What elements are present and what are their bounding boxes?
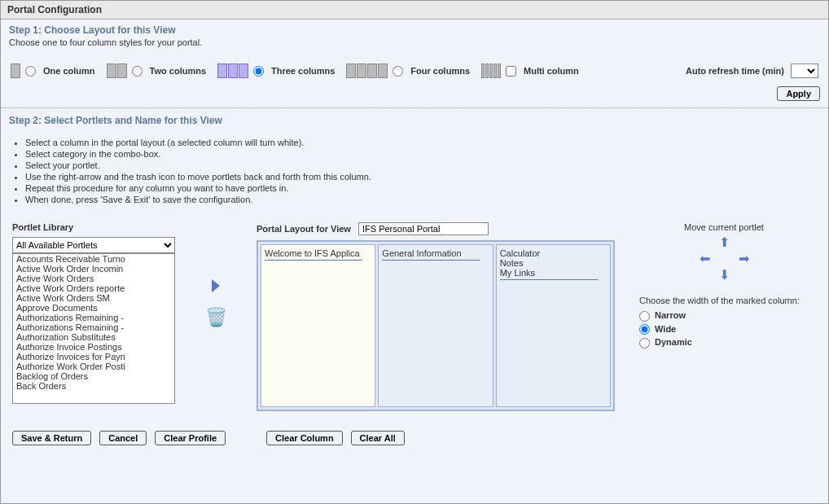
move-heading: Move current portlet	[639, 222, 809, 232]
width-option-wide[interactable]: Wide	[639, 324, 809, 335]
instruction-item: Select your portlet.	[25, 160, 804, 170]
instruction-item: Repeat this procedure for any column you…	[25, 183, 804, 193]
apply-button[interactable]: Apply	[777, 86, 820, 101]
list-item[interactable]: Authorize Work Order Posti	[13, 362, 174, 371]
radio-three-columns[interactable]	[253, 66, 264, 77]
label-multi-column: Multi column	[524, 66, 579, 76]
radio-one-column[interactable]	[25, 66, 36, 77]
instruction-item: Select category in the combo-box.	[25, 149, 804, 159]
list-item[interactable]: Active Work Orders	[13, 274, 174, 283]
window-title: Portal Configuration	[1, 1, 828, 20]
clear-profile-button[interactable]: Clear Profile	[155, 431, 226, 445]
move-portlet-panel: Move current portlet ⬆ ⬅ ➡ ⬇ Choose the …	[631, 222, 817, 351]
add-portlet-arrow-icon[interactable]	[212, 279, 220, 292]
move-arrows: ⬆ ⬅ ➡ ⬇	[639, 235, 809, 284]
list-item[interactable]: Authorization Substitutes	[13, 332, 174, 342]
layout-option-four: Four columns	[346, 64, 470, 78]
transfer-controls: 🗑️	[191, 222, 240, 328]
list-item[interactable]: Active Work Orders SM	[13, 293, 174, 303]
clear-column-button[interactable]: Clear Column	[266, 431, 343, 445]
layout-preview-heading: Portal Layout for View	[257, 224, 351, 234]
three-column-icon	[217, 64, 248, 78]
cancel-button[interactable]: Cancel	[99, 431, 147, 445]
label-four-columns: Four columns	[410, 66, 470, 76]
layout-option-multi: Multi column	[481, 64, 579, 78]
portlet-library: Portlet Library All Available Portlets A…	[12, 222, 175, 404]
preview-portlet[interactable]: Notes	[500, 258, 607, 268]
label-one-column: One column	[43, 66, 95, 76]
radio-dynamic[interactable]	[639, 338, 650, 348]
preview-column-3[interactable]: Calculator Notes My Links	[496, 244, 611, 407]
step2-title: Step 2: Select Portlets and Name for thi…	[1, 110, 828, 128]
column-divider	[382, 260, 480, 261]
divider	[1, 107, 828, 108]
instruction-list: Select a column in the portal layout (a …	[1, 128, 828, 214]
preview-columns: Welcome to IFS Applica General Informati…	[257, 240, 615, 411]
arrow-up-icon[interactable]: ⬆	[714, 235, 734, 252]
list-item[interactable]: Back Orders	[13, 381, 174, 391]
preview-portlet[interactable]: My Links	[500, 268, 607, 278]
list-item[interactable]: Active Work Order Incomin	[13, 264, 174, 274]
portlet-library-heading: Portlet Library	[12, 222, 175, 232]
bottom-button-row: Save & Return Cancel Clear Profile Clear…	[1, 419, 828, 457]
portlet-listbox[interactable]: Accounts Receivable Turno Active Work Or…	[12, 253, 175, 404]
category-select[interactable]: All Available Portlets	[12, 237, 175, 253]
list-item[interactable]: Backlog of Orders	[13, 371, 174, 381]
portal-config-window: Portal Configuration Step 1: Choose Layo…	[0, 0, 829, 504]
list-item[interactable]: Authorizations Remaining -	[13, 322, 174, 332]
layout-option-two: Two columns	[107, 64, 206, 78]
radio-four-columns[interactable]	[393, 66, 403, 77]
radio-narrow[interactable]	[639, 311, 650, 322]
list-item[interactable]: Accounts Receivable Turno	[13, 254, 174, 264]
width-options: Narrow Wide Dynamic	[639, 310, 809, 348]
preview-column-2[interactable]: General Information	[378, 244, 493, 407]
list-item[interactable]: Active Work Orders reporte	[13, 283, 174, 293]
clear-all-button[interactable]: Clear All	[351, 431, 405, 445]
arrow-left-icon[interactable]: ⬅	[695, 252, 714, 268]
one-column-icon	[11, 64, 20, 78]
radio-wide[interactable]	[639, 324, 650, 335]
multi-column-icon	[481, 64, 501, 78]
auto-refresh-label: Auto refresh time (min)	[686, 66, 784, 76]
column-divider	[500, 279, 598, 280]
list-item[interactable]: Approve Documents	[13, 303, 174, 313]
instruction-item: Use the right-arrow and the trash icon t…	[25, 172, 804, 182]
label-two-columns: Two columns	[150, 66, 206, 76]
label-three-columns: Three columns	[271, 66, 335, 76]
view-name-input[interactable]	[358, 222, 489, 235]
instruction-item: When done, press 'Save & Exit' to save t…	[25, 195, 804, 204]
preview-portlet[interactable]: Calculator	[500, 248, 607, 258]
two-column-icon	[107, 64, 127, 78]
step1-title: Step 1: Choose Layout for this View	[1, 20, 828, 37]
column-divider	[265, 260, 362, 261]
layout-options-row: One column Two columns Three columns Fou…	[1, 52, 828, 85]
instruction-item: Select a column in the portal layout (a …	[25, 138, 804, 147]
arrow-down-icon[interactable]: ⬇	[714, 268, 734, 284]
width-heading: Choose the width of the marked column:	[639, 296, 809, 305]
list-item[interactable]: Authorize Invoice Postings	[13, 342, 174, 352]
preview-portlet[interactable]: General Information	[382, 248, 489, 258]
four-column-icon	[346, 64, 388, 78]
preview-column-1[interactable]: Welcome to IFS Applica	[261, 244, 375, 407]
radio-two-columns[interactable]	[132, 66, 143, 77]
trash-icon[interactable]: 🗑️	[205, 307, 227, 328]
list-item[interactable]: Authorize Invoices for Payn	[13, 352, 174, 362]
auto-refresh-select[interactable]	[791, 64, 818, 78]
auto-refresh-block: Auto refresh time (min)	[686, 64, 818, 78]
layout-option-one: One column	[11, 64, 95, 78]
width-option-narrow[interactable]: Narrow	[639, 310, 809, 322]
list-item[interactable]: Authorizations Remaining -	[13, 313, 174, 322]
preview-portlet[interactable]: Welcome to IFS Applica	[265, 248, 371, 258]
arrow-right-icon[interactable]: ➡	[734, 252, 753, 268]
save-return-button[interactable]: Save & Return	[12, 431, 91, 445]
checkbox-multi-column[interactable]	[506, 66, 516, 77]
layout-option-three: Three columns	[217, 64, 335, 78]
layout-preview-section: Portal Layout for View Welcome to IFS Ap…	[257, 222, 615, 411]
step1-desc: Choose one to four column styles for you…	[1, 37, 828, 52]
width-option-dynamic[interactable]: Dynamic	[639, 337, 809, 348]
